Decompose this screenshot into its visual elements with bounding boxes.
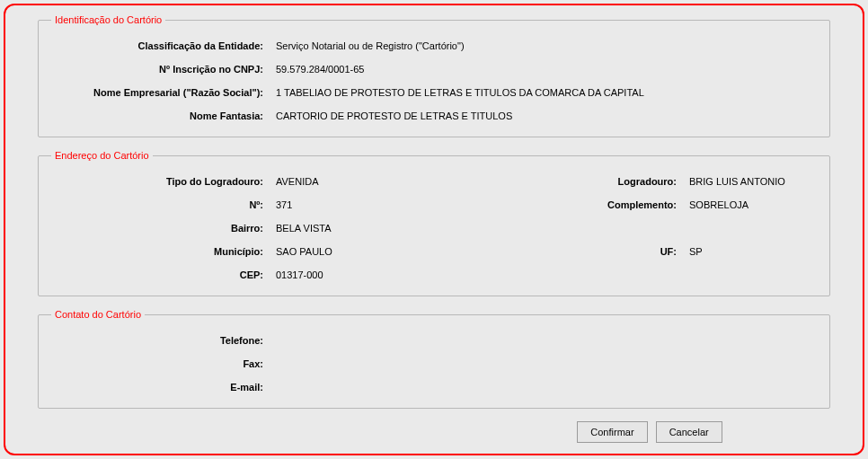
logradouro-label: Logradouro: xyxy=(578,176,686,187)
numero-label: Nº: xyxy=(48,199,272,210)
endereco-legend: Endereço do Cartório xyxy=(51,150,153,161)
cancelar-button[interactable]: Cancelar xyxy=(656,421,722,443)
bairro-label: Bairro: xyxy=(48,223,272,234)
cep-value: 01317-000 xyxy=(272,269,820,280)
complemento-value: SOBRELOJA xyxy=(686,199,820,210)
contato-fieldset: Contato do Cartório Telefone: Fax: E-mai… xyxy=(38,309,830,409)
identificacao-fieldset: Identificação do Cartório Classificação … xyxy=(38,14,830,137)
cep-label: CEP: xyxy=(48,269,272,280)
classificacao-value: Serviço Notarial ou de Registro ("Cartór… xyxy=(272,40,820,51)
bairro-value: BELA VISTA xyxy=(272,223,820,234)
municipio-value: SAO PAULO xyxy=(272,246,578,257)
razao-social-label: Nome Empresarial ("Razão Social"): xyxy=(48,87,272,98)
uf-label: UF: xyxy=(578,246,686,257)
fax-label: Fax: xyxy=(48,358,272,369)
endereco-fieldset: Endereço do Cartório Tipo do Logradouro:… xyxy=(38,150,830,296)
confirmar-button[interactable]: Confirmar xyxy=(577,421,647,443)
cnpj-label: Nº Inscrição no CNPJ: xyxy=(48,64,272,75)
razao-social-value: 1 TABELIAO DE PROTESTO DE LETRAS E TITUL… xyxy=(272,87,820,98)
button-bar: Confirmar Cancelar xyxy=(13,421,855,443)
numero-value: 371 xyxy=(272,199,578,210)
classificacao-label: Classificação da Entidade: xyxy=(48,40,272,51)
cnpj-value: 59.579.284/0001-65 xyxy=(272,64,820,75)
uf-value: SP xyxy=(686,246,820,257)
municipio-label: Município: xyxy=(48,246,272,257)
main-panel: Identificação do Cartório Classificação … xyxy=(4,4,864,455)
email-label: E-mail: xyxy=(48,382,272,393)
tipo-logradouro-label: Tipo do Logradouro: xyxy=(48,176,272,187)
telefone-label: Telefone: xyxy=(48,335,272,346)
complemento-label: Complemento: xyxy=(578,199,686,210)
contato-legend: Contato do Cartório xyxy=(51,309,145,320)
nome-fantasia-value: CARTORIO DE PROTESTO DE LETRAS E TITULOS xyxy=(272,110,820,121)
identificacao-legend: Identificação do Cartório xyxy=(51,14,165,25)
tipo-logradouro-value: AVENIDA xyxy=(272,176,578,187)
logradouro-value: BRIG LUIS ANTONIO xyxy=(686,176,820,187)
nome-fantasia-label: Nome Fantasia: xyxy=(48,110,272,121)
